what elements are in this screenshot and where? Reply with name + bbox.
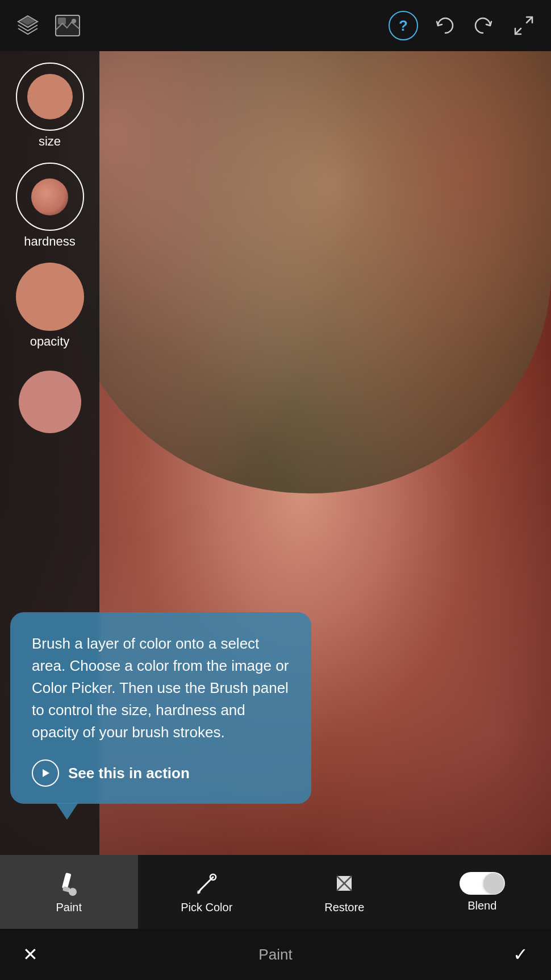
bottom-toolbar: Paint Pick Color Restore Blend	[0, 855, 551, 929]
tooltip-action[interactable]: See this in action	[32, 759, 290, 787]
blend-toggle[interactable]	[460, 872, 505, 895]
paint-icon	[56, 870, 82, 896]
tooltip-action-label: See this in action	[68, 765, 190, 782]
blend-label: Blend	[467, 899, 496, 912]
tool-restore[interactable]: Restore	[276, 855, 414, 929]
undo-icon[interactable]	[431, 12, 458, 39]
help-icon[interactable]: ?	[389, 11, 418, 40]
pick-color-label: Pick Color	[181, 901, 232, 914]
tool-blend[interactable]: Blend	[414, 855, 552, 929]
restore-icon	[331, 870, 357, 896]
opacity-control: opacity	[16, 263, 84, 357]
svg-point-4	[72, 19, 76, 23]
top-bar-left	[14, 11, 82, 40]
pick-color-icon	[194, 870, 220, 896]
top-bar: ?	[0, 0, 551, 51]
svg-point-14	[197, 890, 201, 894]
help-label: ?	[399, 17, 408, 35]
svg-rect-8	[62, 873, 72, 890]
opacity-label: opacity	[30, 334, 70, 349]
tool-pick-color[interactable]: Pick Color	[138, 855, 276, 929]
redo-icon[interactable]	[470, 12, 498, 39]
top-bar-right: ?	[389, 11, 537, 40]
hardness-control: hardness	[16, 163, 84, 257]
hardness-circle-inner	[31, 178, 68, 215]
confirm-button[interactable]: ✓	[513, 944, 528, 965]
bottom-bar: ✕ Paint ✓	[0, 929, 551, 980]
paint-label: Paint	[56, 901, 82, 914]
restore-label: Restore	[324, 901, 364, 914]
color-circle[interactable]	[19, 371, 81, 433]
size-circle-inner	[27, 74, 73, 119]
play-button[interactable]	[32, 759, 59, 787]
layers-icon[interactable]	[14, 11, 42, 40]
svg-point-10	[69, 888, 77, 896]
hardness-circle[interactable]	[16, 163, 84, 231]
color-control	[19, 363, 81, 433]
tooltip-popup: Brush a layer of color onto a select are…	[10, 612, 311, 804]
size-control: size	[16, 63, 84, 157]
tooltip-text: Brush a layer of color onto a select are…	[32, 633, 290, 744]
cancel-button[interactable]: ✕	[23, 944, 38, 965]
image-icon[interactable]	[53, 11, 82, 40]
svg-marker-7	[43, 769, 49, 777]
svg-line-6	[515, 28, 521, 34]
expand-icon[interactable]	[510, 12, 537, 39]
size-label: size	[39, 134, 61, 149]
blend-toggle-thumb	[483, 873, 504, 894]
opacity-circle[interactable]	[16, 263, 84, 331]
hardness-label: hardness	[24, 234, 76, 249]
size-circle[interactable]	[16, 63, 84, 131]
tool-paint[interactable]: Paint	[0, 855, 138, 929]
bottom-bar-title: Paint	[258, 946, 292, 964]
svg-line-5	[527, 17, 532, 23]
